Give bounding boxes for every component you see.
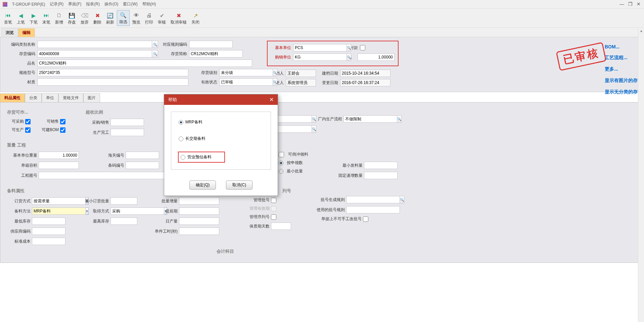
link-process[interactable]: 工艺流程... (605, 55, 642, 61)
toolbar-上笔[interactable]: ◀上笔 (15, 11, 27, 26)
chk-no-manual[interactable] (363, 216, 368, 222)
lookup-icon[interactable]: 🔍 (152, 41, 158, 48)
opt-forecast[interactable]: 营业预估备料 (178, 152, 225, 163)
input-unit-sec[interactable] (179, 228, 219, 235)
input-barcode[interactable] (126, 162, 159, 169)
input-spec[interactable] (37, 69, 188, 76)
tab-edit[interactable]: 编辑 (18, 28, 35, 37)
input-shelf-days[interactable] (271, 223, 291, 230)
menu-window[interactable]: 窗口(W) (123, 1, 137, 7)
input-batch-inc[interactable] (179, 197, 219, 205)
input-lead[interactable] (179, 207, 219, 215)
input-buy-sell[interactable] (110, 119, 144, 126)
opt-mrp[interactable]: MRP备料 (178, 119, 264, 126)
toolbar-筛选[interactable]: 🔍筛选 (117, 10, 130, 26)
toolbar-打印[interactable]: 🖨打印 (143, 11, 155, 26)
chk-mng-batch[interactable] (271, 198, 276, 203)
input-std-cost[interactable] (32, 238, 65, 245)
input-prod-flow[interactable] (343, 115, 397, 123)
link-more[interactable]: 更多... (605, 66, 642, 72)
input-fixed-inc[interactable] (364, 172, 398, 179)
input-box-vol[interactable] (39, 162, 79, 169)
input-base-unit[interactable] (293, 44, 347, 51)
chk-can-buy[interactable] (25, 119, 31, 124)
link-bom[interactable]: BOM... (605, 44, 642, 49)
chk-mng-serial[interactable] (271, 214, 276, 220)
close-icon[interactable]: ✕ (637, 1, 641, 7)
input-supplier[interactable] (32, 228, 65, 235)
field-code-cat[interactable]: 🔍 (37, 41, 158, 48)
lookup-icon[interactable]: 🔍 (273, 78, 277, 86)
chk-can-prod[interactable] (25, 127, 31, 133)
input-min-stock[interactable] (32, 217, 65, 225)
input-material[interactable] (37, 78, 188, 86)
toolbar-审核[interactable]: ✔审核 (156, 11, 168, 26)
toolbar-新增[interactable]: 🗋新增 (53, 11, 65, 26)
input-inv-level[interactable] (219, 69, 273, 76)
menu-report[interactable]: 报表(R) (86, 1, 100, 7)
input-prep-method[interactable] (32, 207, 86, 215)
toolbar-取消审核[interactable]: ✖取消审核 (169, 11, 189, 26)
minimize-icon[interactable]: — (619, 1, 624, 7)
subtab-unit[interactable]: 单位 (42, 93, 58, 102)
subtab-cat[interactable]: 分类 (25, 93, 42, 102)
restore-icon[interactable]: ❐ (628, 1, 633, 7)
subtab-img[interactable]: 图片 (83, 93, 100, 102)
subtab-attr[interactable]: 料品属性 (0, 93, 25, 102)
opt-long[interactable]: 长交期备料 (178, 135, 264, 142)
modal-ok-button[interactable]: 确定(Q) (189, 180, 216, 190)
link-show-img[interactable]: 显示有图片的存货 (605, 78, 642, 84)
input-inv-short[interactable] (189, 50, 243, 57)
toolbar-下笔[interactable]: ▶下笔 (28, 11, 40, 26)
field-inv-level[interactable]: 🔍 (219, 69, 253, 76)
toolbar-首笔[interactable]: ⏮首笔 (2, 11, 14, 26)
radio-icon[interactable] (181, 155, 185, 160)
field-inv-code[interactable]: 🔍 (37, 50, 158, 57)
input-code-cat[interactable] (37, 41, 152, 48)
lookup-icon[interactable]: 🔍 (397, 115, 402, 123)
toolbar-末笔[interactable]: ⏭末笔 (40, 11, 52, 26)
toolbar-刷新[interactable]: 🔄刷新 (104, 11, 116, 26)
input-prod-done[interactable] (110, 129, 144, 136)
vertical-scrollbar[interactable] (638, 28, 644, 263)
input-name[interactable] (37, 59, 252, 67)
field-valid-status[interactable]: 🔍 (219, 78, 253, 86)
menu-help[interactable]: 帮助(H) (142, 1, 156, 7)
lookup-icon[interactable]: 🔍 (347, 44, 351, 51)
input-base-weight[interactable] (39, 152, 79, 159)
chk-can-sell[interactable] (60, 119, 65, 124)
lookup-icon[interactable]: 🔍 (312, 115, 316, 123)
toolbar-删除[interactable]: ✖删除 (91, 11, 103, 26)
input-batch-rule[interactable] (346, 196, 400, 203)
input-max-stock[interactable] (110, 217, 137, 225)
input-obtain[interactable] (110, 207, 164, 215)
lookup-icon[interactable]: 🔍 (312, 125, 316, 133)
toolbar-存盘[interactable]: 💾存盘 (66, 11, 78, 26)
input-daily[interactable] (179, 217, 219, 225)
input-convert[interactable] (358, 53, 395, 61)
input-used-rule[interactable] (346, 206, 400, 213)
lookup-icon[interactable]: 🔍 (152, 50, 158, 57)
toolbar-预览[interactable]: 👁预览 (130, 11, 142, 26)
lookup-icon[interactable]: 🔍 (347, 53, 351, 61)
lookup-icon[interactable]: 🔍 (400, 196, 404, 203)
chk-weight-pay[interactable] (360, 45, 365, 50)
radio-icon[interactable] (179, 120, 183, 125)
tab-browse[interactable]: 浏览 (1, 28, 18, 37)
subtab-qual[interactable]: 资格文件 (58, 93, 83, 102)
input-inv-code[interactable] (37, 50, 152, 57)
input-sale-unit[interactable] (293, 53, 347, 61)
radio-icon[interactable] (179, 136, 183, 141)
input-min-issue[interactable] (364, 162, 398, 169)
chk-can-bom[interactable] (60, 127, 65, 133)
menu-op[interactable]: 操作(O) (104, 1, 118, 7)
input-order-way[interactable] (32, 197, 86, 205)
radio-by-batch[interactable] (279, 169, 283, 174)
input-customs[interactable] (126, 152, 159, 159)
menu-ui[interactable]: 界面(F) (68, 1, 81, 7)
toolbar-放弃[interactable]: ⌫放弃 (79, 11, 91, 26)
input-min-order[interactable] (110, 197, 137, 205)
radio-by-req[interactable] (279, 161, 283, 165)
lookup-icon[interactable]: 🔍 (273, 69, 277, 76)
input-valid-status[interactable] (219, 78, 273, 86)
